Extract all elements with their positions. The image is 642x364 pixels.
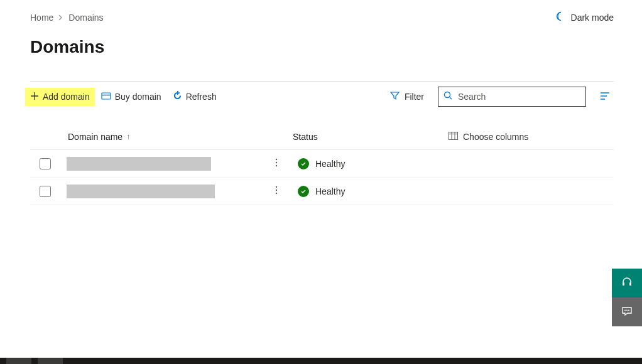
row-more-actions[interactable] (270, 156, 283, 171)
list-icon (600, 93, 610, 102)
help-button[interactable] (612, 269, 642, 297)
domains-table: Domain name ↑ Status Choose columns (30, 131, 614, 205)
credit-card-icon (101, 92, 111, 102)
more-vertical-icon (275, 187, 278, 196)
check-circle-icon (298, 186, 309, 197)
columns-icon (449, 132, 458, 142)
svg-point-11 (276, 159, 277, 160)
breadcrumb-current: Domains (68, 13, 103, 23)
row-more-actions[interactable] (270, 183, 283, 199)
breadcrumb: Home Domains (30, 13, 104, 23)
svg-point-21 (628, 309, 629, 311)
choose-columns-label: Choose columns (463, 132, 528, 142)
more-vertical-icon (275, 159, 278, 169)
side-actions (612, 269, 642, 326)
svg-point-13 (276, 165, 277, 166)
svg-rect-18 (629, 282, 631, 286)
refresh-label: Refresh (186, 92, 217, 102)
status-text: Healthy (315, 159, 345, 169)
svg-point-2 (445, 92, 450, 98)
add-domain-button[interactable]: Add domain (25, 88, 95, 106)
page-title: Domains (30, 37, 614, 57)
refresh-button[interactable]: Refresh (168, 87, 222, 106)
table-header-row: Domain name ↑ Status Choose columns (30, 131, 614, 150)
breadcrumb-row: Home Domains Dark mode (30, 11, 614, 23)
svg-rect-7 (449, 132, 458, 140)
row-checkbox[interactable] (40, 186, 51, 197)
status-cell: Healthy (298, 186, 345, 197)
buy-domain-label: Buy domain (115, 92, 161, 102)
check-circle-icon (298, 158, 309, 169)
svg-point-20 (626, 309, 628, 311)
sort-ascending-icon: ↑ (126, 132, 130, 141)
buy-domain-button[interactable]: Buy domain (96, 88, 166, 106)
domain-name-cell[interactable] (67, 185, 255, 198)
svg-rect-0 (102, 93, 111, 99)
filter-button[interactable]: Filter (384, 87, 430, 106)
choose-columns-button[interactable]: Choose columns (449, 131, 528, 143)
svg-point-16 (276, 193, 277, 194)
status-text: Healthy (315, 186, 345, 196)
footer-bar (0, 358, 642, 364)
toolbar: Add domain Buy domain Refresh Filter (30, 82, 614, 112)
svg-point-14 (276, 186, 277, 188)
refresh-icon (173, 91, 182, 102)
filter-label: Filter (405, 92, 424, 102)
filter-icon (390, 91, 400, 102)
toolbar-left: Add domain Buy domain Refresh (30, 87, 222, 106)
headset-icon (621, 277, 633, 290)
list-options-button[interactable] (596, 88, 614, 106)
svg-line-3 (450, 97, 452, 100)
svg-rect-17 (623, 282, 624, 286)
row-checkbox[interactable] (40, 158, 51, 169)
svg-point-15 (276, 190, 277, 191)
svg-point-12 (276, 162, 277, 163)
search-input[interactable] (458, 92, 580, 102)
status-cell: Healthy (298, 158, 345, 169)
table-row[interactable]: Healthy (30, 150, 614, 178)
chat-icon (621, 306, 633, 319)
chevron-right-icon (58, 13, 63, 23)
plus-icon (30, 92, 39, 102)
add-domain-label: Add domain (43, 92, 90, 102)
svg-point-19 (624, 309, 626, 311)
dark-mode-toggle[interactable]: Dark mode (556, 11, 614, 23)
header-domain-name[interactable]: Domain name ↑ (60, 132, 293, 142)
domain-name-cell[interactable] (67, 157, 255, 171)
dark-mode-label: Dark mode (571, 13, 614, 23)
header-status[interactable]: Status (293, 132, 449, 142)
search-icon (443, 91, 453, 102)
breadcrumb-home[interactable]: Home (30, 13, 53, 23)
search-box[interactable] (438, 87, 586, 107)
redacted-domain (67, 157, 211, 171)
redacted-domain (67, 185, 215, 198)
table-row[interactable]: Healthy (30, 178, 614, 205)
moon-icon (556, 11, 566, 23)
feedback-button[interactable] (612, 297, 642, 326)
